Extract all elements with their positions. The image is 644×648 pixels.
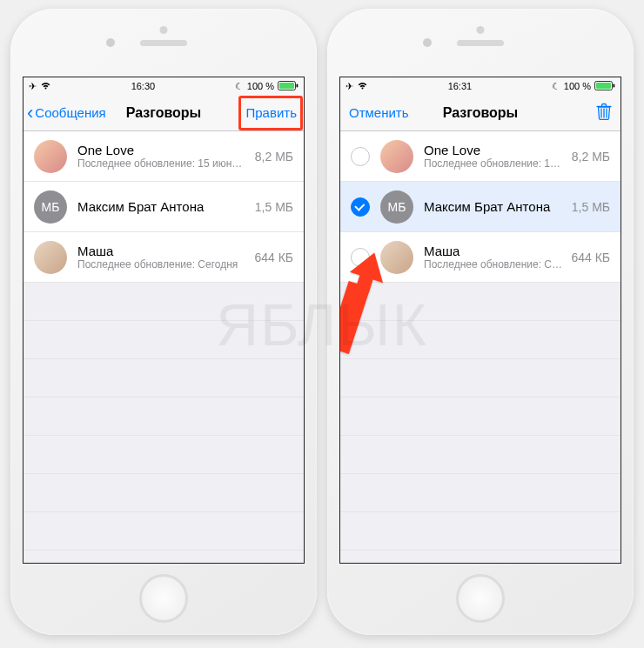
- conversation-list-editing: One Love Последнее обновление: 15 июн.. …: [340, 131, 621, 283]
- avatar: [34, 140, 67, 173]
- item-size: 8,2 МБ: [572, 150, 610, 164]
- svg-rect-1: [279, 83, 294, 89]
- back-button[interactable]: ‹ Сообщения: [27, 95, 106, 130]
- nav-title: Разговоры: [443, 105, 519, 121]
- item-name: One Love: [424, 143, 565, 157]
- battery-icon: [278, 81, 299, 92]
- select-radio[interactable]: [351, 147, 370, 166]
- airplane-icon: ✈︎: [345, 81, 353, 92]
- list-item[interactable]: МБ Максим Брат Антона 1,5 МБ: [23, 182, 304, 232]
- avatar: МБ: [380, 190, 413, 224]
- item-size: 1,5 МБ: [572, 200, 610, 214]
- trash-icon: [596, 103, 612, 124]
- item-name: Маша: [77, 244, 247, 258]
- status-time: 16:30: [131, 81, 156, 91]
- empty-area: [340, 283, 621, 563]
- status-time: 16:31: [448, 81, 473, 91]
- nav-bar: Отменить Разговоры: [340, 95, 621, 131]
- battery-pct: 100 %: [564, 81, 591, 91]
- avatar: [380, 140, 413, 173]
- dnd-icon: ☾: [552, 81, 560, 92]
- list-item[interactable]: Маша Последнее обновление: Сегодня 644 К…: [340, 232, 621, 283]
- phone-left: ✈︎ 16:30 ☾ 100 %: [10, 9, 317, 635]
- list-item[interactable]: One Love Последнее обновление: 15 июн.. …: [340, 131, 621, 182]
- item-name: One Love: [77, 143, 248, 157]
- svg-rect-5: [613, 84, 614, 87]
- airplane-icon: ✈︎: [29, 81, 37, 92]
- battery-icon: [594, 81, 615, 92]
- chevron-left-icon: ‹: [27, 104, 33, 123]
- avatar: [34, 241, 67, 274]
- battery-pct: 100 %: [247, 81, 274, 91]
- cancel-label: Отменить: [349, 105, 409, 120]
- back-label: Сообщения: [35, 105, 105, 120]
- home-button[interactable]: [139, 574, 188, 623]
- list-item[interactable]: Маша Последнее обновление: Сегодня 644 К…: [23, 232, 304, 283]
- select-radio[interactable]: [351, 248, 370, 267]
- list-item[interactable]: One Love Последнее обновление: 15 июня 2…: [23, 131, 304, 182]
- svg-rect-4: [596, 83, 611, 89]
- avatar: [380, 241, 413, 274]
- screen-right: ✈︎ 16:31 ☾ 100 %: [339, 77, 621, 564]
- home-button[interactable]: [456, 574, 505, 623]
- cancel-button[interactable]: Отменить: [349, 95, 409, 130]
- item-subtitle: Последнее обновление: Сегодня: [424, 258, 564, 271]
- svg-rect-2: [296, 84, 298, 87]
- edit-button[interactable]: Править: [246, 95, 298, 130]
- item-size: 644 КБ: [254, 251, 293, 264]
- item-name: Максим Брат Антона: [77, 199, 248, 214]
- item-name: Максим Брат Антона: [424, 199, 565, 214]
- dnd-icon: ☾: [235, 81, 244, 92]
- delete-button[interactable]: [596, 95, 612, 130]
- status-bar: ✈︎ 16:30 ☾ 100 %: [23, 77, 304, 95]
- phone-right: ✈︎ 16:31 ☾ 100 %: [327, 9, 634, 635]
- wifi-icon: [40, 81, 51, 91]
- item-subtitle: Последнее обновление: 15 июн..: [424, 157, 565, 170]
- select-radio[interactable]: [351, 197, 370, 217]
- item-subtitle: Последнее обновление: 15 июня 201..: [77, 157, 248, 170]
- item-subtitle: Последнее обновление: Сегодня: [77, 258, 247, 271]
- screen-left: ✈︎ 16:30 ☾ 100 %: [23, 77, 305, 564]
- edit-label: Править: [246, 105, 298, 120]
- item-name: Маша: [424, 244, 564, 258]
- status-bar: ✈︎ 16:31 ☾ 100 %: [340, 77, 621, 95]
- conversation-list: One Love Последнее обновление: 15 июня 2…: [23, 131, 304, 283]
- list-item[interactable]: МБ Максим Брат Антона 1,5 МБ: [340, 182, 621, 232]
- item-size: 644 КБ: [571, 251, 610, 264]
- wifi-icon: [357, 81, 368, 91]
- avatar: МБ: [34, 190, 67, 224]
- nav-bar: ‹ Сообщения Разговоры Править: [23, 95, 304, 131]
- nav-title: Разговоры: [126, 105, 202, 121]
- item-size: 1,5 МБ: [255, 200, 293, 214]
- item-size: 8,2 МБ: [255, 150, 293, 164]
- empty-area: [23, 283, 304, 563]
